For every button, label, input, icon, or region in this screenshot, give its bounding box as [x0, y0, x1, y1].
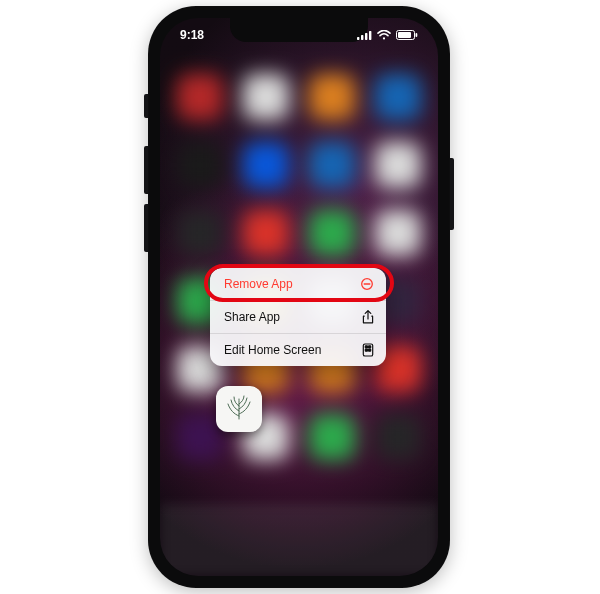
share-icon [362, 310, 374, 324]
svg-rect-0 [357, 37, 359, 40]
svg-rect-13 [365, 349, 367, 351]
share-app-label: Share App [224, 310, 280, 324]
status-bar: 9:18 [160, 26, 438, 44]
device-screen: 9:18 Remove App S [160, 18, 438, 576]
svg-rect-3 [369, 31, 371, 40]
edit-home-icon [362, 343, 374, 357]
volume-down-button [144, 204, 148, 252]
focused-app-icon[interactable] [216, 386, 262, 432]
svg-rect-11 [365, 346, 367, 348]
side-button [450, 158, 454, 230]
cellular-signal-icon [357, 30, 372, 40]
svg-rect-14 [369, 349, 371, 351]
share-app-item[interactable]: Share App [210, 300, 386, 333]
svg-rect-12 [369, 346, 371, 348]
svg-rect-7 [416, 33, 418, 37]
minus-circle-icon [360, 277, 374, 291]
status-indicators [357, 30, 418, 40]
svg-rect-2 [365, 33, 367, 40]
dock-blurred [160, 504, 438, 576]
battery-icon [396, 30, 418, 40]
volume-up-button [144, 146, 148, 194]
edit-home-screen-label: Edit Home Screen [224, 343, 321, 357]
remove-app-item[interactable]: Remove App [210, 268, 386, 300]
silence-switch [144, 94, 148, 118]
remove-app-label: Remove App [224, 277, 293, 291]
iphone-device-frame: 9:18 Remove App S [148, 6, 450, 588]
edit-home-screen-item[interactable]: Edit Home Screen [210, 333, 386, 366]
svg-point-4 [383, 37, 385, 39]
svg-rect-6 [398, 32, 411, 38]
status-time: 9:18 [180, 28, 204, 42]
wifi-icon [377, 30, 391, 40]
svg-rect-1 [361, 35, 363, 40]
app-context-menu: Remove App Share App Edit Home Screen [210, 268, 386, 366]
